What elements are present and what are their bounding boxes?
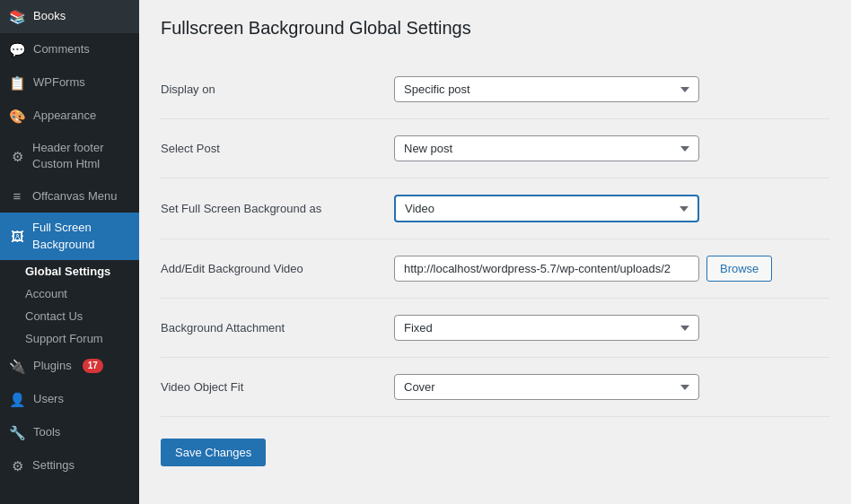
- label-select-post: Select Post: [161, 142, 394, 155]
- sidebar-item-users[interactable]: 👤 Users: [0, 383, 139, 416]
- sidebar-item-settings[interactable]: ⚙ Settings: [0, 449, 139, 482]
- control-bg-as: Image Video Slideshow None: [394, 195, 829, 222]
- sidebar-subitem-global-settings[interactable]: Global Settings: [0, 260, 139, 282]
- main-content: Fullscreen Background Global Settings Di…: [139, 0, 851, 504]
- form-row-video-fit: Video Object Fit Cover Contain Fill None: [161, 358, 829, 417]
- control-select-post: New post About Contact Blog: [394, 135, 829, 161]
- browse-button[interactable]: Browse: [706, 256, 772, 282]
- control-display-on: All pages Specific post Home page Blog p…: [394, 76, 829, 102]
- sidebar: 📚 Books 💬 Comments 📋 WPForms 🎨 Appearanc…: [0, 0, 139, 504]
- form-row-select-post: Select Post New post About Contact Blog: [161, 119, 829, 178]
- comments-icon: 💬: [9, 40, 26, 59]
- sidebar-item-label: Comments: [33, 41, 90, 57]
- sidebar-item-label: WPForms: [33, 74, 85, 91]
- select-post[interactable]: New post About Contact Blog: [394, 135, 699, 161]
- sidebar-subitem-support-forum[interactable]: Support Forum: [0, 327, 139, 350]
- control-video-fit: Cover Contain Fill None: [394, 374, 829, 400]
- sidebar-item-header-footer[interactable]: ⚙ Header footer Custom Html: [0, 133, 139, 179]
- label-display-on: Display on: [161, 83, 394, 96]
- select-bg-as[interactable]: Image Video Slideshow None: [394, 195, 699, 222]
- select-video-fit[interactable]: Cover Contain Fill None: [394, 374, 699, 400]
- sidebar-item-plugins[interactable]: 🔌 Plugins 17: [0, 350, 139, 383]
- header-footer-icon: ⚙: [9, 147, 25, 166]
- select-bg-attachment[interactable]: Fixed Scroll Local: [394, 315, 699, 341]
- sidebar-item-comments[interactable]: 💬 Comments: [0, 33, 139, 66]
- input-video-url[interactable]: [394, 256, 699, 282]
- form-row-display-on: Display on All pages Specific post Home …: [161, 60, 829, 119]
- sidebar-item-tools[interactable]: 🔧 Tools: [0, 416, 139, 449]
- sidebar-item-label: Settings: [32, 457, 75, 474]
- sidebar-item-label: Users: [33, 391, 64, 407]
- sidebar-item-label: Full Screen Background: [32, 220, 130, 252]
- sidebar-item-appearance[interactable]: 🎨 Appearance: [0, 100, 139, 133]
- wpforms-icon: 📋: [9, 74, 26, 92]
- plugins-icon: 🔌: [9, 357, 26, 376]
- label-video-fit: Video Object Fit: [161, 380, 394, 394]
- sidebar-item-books[interactable]: 📚 Books: [0, 0, 139, 33]
- form-row-bg-as: Set Full Screen Background as Image Vide…: [161, 178, 829, 239]
- sidebar-item-offcanvas[interactable]: ≡ Offcanvas Menu: [0, 179, 139, 213]
- sidebar-item-label: Plugins: [33, 358, 72, 374]
- offcanvas-icon: ≡: [9, 187, 25, 205]
- label-bg-attachment: Background Attachment: [161, 321, 394, 335]
- control-bg-attachment: Fixed Scroll Local: [394, 315, 829, 341]
- sidebar-item-label: Appearance: [33, 108, 96, 124]
- sidebar-item-label: Tools: [33, 424, 60, 440]
- users-icon: 👤: [9, 390, 26, 409]
- settings-icon: ⚙: [9, 456, 25, 475]
- label-video-url: Add/Edit Background Video: [161, 262, 394, 275]
- sidebar-item-fullscreen-bg[interactable]: 🖼 Full Screen Background: [0, 213, 139, 259]
- sidebar-item-label: Header footer Custom Html: [32, 140, 130, 172]
- sidebar-subitem-account[interactable]: Account: [0, 282, 139, 305]
- sidebar-item-label: Books: [33, 8, 66, 24]
- select-display-on[interactable]: All pages Specific post Home page Blog p…: [394, 76, 699, 102]
- plugins-badge: 17: [83, 359, 103, 373]
- fullscreen-bg-icon: 🖼: [9, 227, 25, 246]
- save-changes-button[interactable]: Save Changes: [161, 439, 266, 466]
- sidebar-item-wpforms[interactable]: 📋 WPForms: [0, 66, 139, 100]
- form-row-bg-attachment: Background Attachment Fixed Scroll Local: [161, 299, 829, 358]
- page-title: Fullscreen Background Global Settings: [161, 18, 829, 39]
- label-bg-as: Set Full Screen Background as: [161, 202, 394, 215]
- books-icon: 📚: [9, 7, 26, 26]
- sidebar-item-label: Offcanvas Menu: [32, 188, 117, 204]
- control-video-url: Browse: [394, 256, 829, 282]
- tools-icon: 🔧: [9, 423, 26, 442]
- appearance-icon: 🎨: [9, 107, 26, 126]
- sidebar-subitem-contact-us[interactable]: Contact Us: [0, 305, 139, 327]
- form-row-video-url: Add/Edit Background Video Browse: [161, 239, 829, 299]
